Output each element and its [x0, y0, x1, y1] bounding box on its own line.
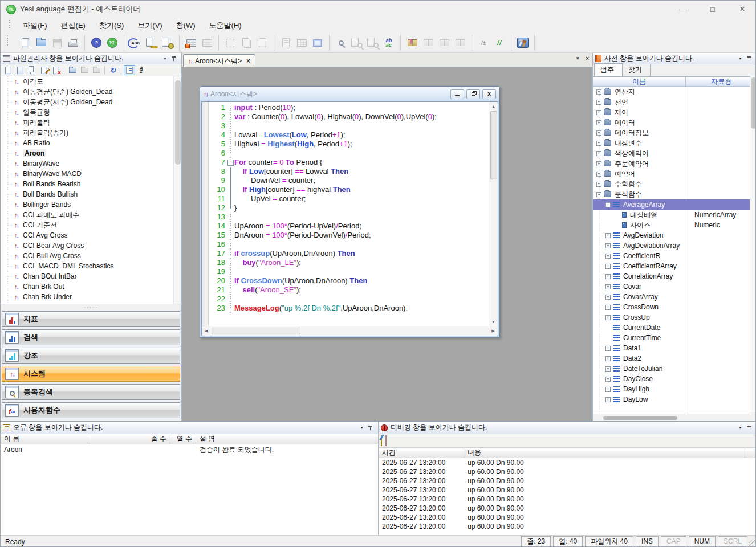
file-list-item[interactable]: ↑↓이동평균(단순) Golden_Dead	[1, 87, 181, 97]
expand-icon[interactable]: +	[605, 284, 611, 289]
panel-menu-arrow-icon[interactable]: ▼	[734, 56, 746, 60]
column-description[interactable]: 설 명	[196, 434, 378, 444]
dictionary-tree-item[interactable]: +AvgDeviationArray	[593, 240, 756, 251]
scrollbar-thumb[interactable]	[175, 80, 181, 165]
expand-icon[interactable]: +	[596, 141, 601, 146]
replace-button[interactable]: abac	[381, 35, 397, 50]
menu-item[interactable]: 창(W)	[169, 19, 202, 32]
file-list-scrollbar[interactable]	[173, 76, 181, 304]
code-line[interactable]: 18 buy("Aroon_LE");	[209, 258, 489, 267]
dictionary-tree-item[interactable]: +예약어	[593, 169, 756, 179]
code-line[interactable]: 2var : Counter(0), Lowval(0), Highval(0)…	[209, 112, 489, 121]
scroll-down-icon[interactable]: ▼	[489, 317, 498, 326]
file-list-item[interactable]: ↑↓이격도	[1, 76, 181, 87]
pin-icon[interactable]	[368, 425, 373, 431]
expand-icon[interactable]: +	[596, 151, 601, 156]
category-button-ind[interactable]: 지표	[2, 311, 180, 327]
dictionary-tree-item[interactable]: −분석함수	[593, 189, 756, 199]
dictionary-tree-item[interactable]: +CovarArray	[593, 292, 756, 302]
file-list-item[interactable]: ↑↓BinaryWave MACD	[1, 169, 181, 179]
category-button-func[interactable]: f∞사용자함수	[2, 402, 180, 418]
debug-row[interactable]: 2025-06-27 13:20:00up 60.00 Dn 90.00	[379, 467, 756, 476]
code-line[interactable]: 17if crossup(UpAroon,DnAroon) Then	[209, 249, 489, 258]
code-line[interactable]: 3	[209, 121, 489, 130]
fold-marker[interactable]	[227, 203, 234, 213]
file-list-item[interactable]: ↑↓CCI Bear Avg Cross	[1, 240, 181, 251]
code-line[interactable]: 1input : Period(10);	[209, 103, 489, 112]
dictionary-tree-item[interactable]: 사이즈Numeric	[593, 220, 756, 230]
pin-icon[interactable]	[171, 56, 177, 62]
dictionary-tree-item[interactable]: +연산자	[593, 87, 756, 97]
compile-script-button[interactable]	[160, 35, 176, 50]
code-line[interactable]: 11 UpVel = counter;	[209, 194, 489, 203]
expand-icon[interactable]: +	[605, 274, 611, 279]
dictionary-tree-item[interactable]: −AverageArray	[593, 199, 756, 210]
panel-menu-arrow-icon[interactable]: ▼	[159, 56, 171, 60]
code-line[interactable]: 13	[209, 213, 489, 222]
editor-horizontal-scrollbar[interactable]: ◀ ▶	[202, 326, 498, 336]
menu-item[interactable]: 도움말(H)	[202, 19, 249, 32]
scrollbar-thumb[interactable]	[212, 328, 300, 334]
file-list-item[interactable]: ↑↓CCI Bull Avg Cross	[1, 251, 181, 261]
column-name[interactable]: 이 름	[1, 434, 87, 444]
expand-icon[interactable]: +	[605, 397, 611, 402]
new-folder-button[interactable]	[67, 65, 78, 75]
dictionary-tree-item[interactable]: +Covar	[593, 281, 756, 292]
panel-menu-arrow-icon[interactable]: ▼	[356, 426, 368, 430]
refresh-button[interactable]: ↻	[107, 65, 119, 75]
fold-marker[interactable]	[227, 158, 234, 167]
expand-icon[interactable]: +	[596, 120, 601, 125]
options-button[interactable]	[515, 35, 531, 50]
dictionary-tree-item[interactable]: +CoefficientR	[593, 251, 756, 261]
dictionary-button[interactable]	[404, 35, 420, 50]
debug-row[interactable]: 2025-06-27 13:20:00up 60.00 Dn 90.00	[379, 513, 756, 522]
expand-icon[interactable]: −	[596, 192, 601, 197]
code-line[interactable]: 15DnAroon = 100*(Period-DownVel)/Period;	[209, 231, 489, 240]
file-list-item[interactable]: ↑↓이동평균(지수) Golden_Dead	[1, 97, 181, 107]
dictionary-tree-item[interactable]: +데이터	[593, 117, 756, 128]
dictionary-tree-item[interactable]: +데이터정보	[593, 128, 756, 138]
script-window-titlebar[interactable]: ↑↓ Aroon<시스템> X	[200, 87, 499, 101]
file-list-item[interactable]: ↑↓Chan Brk Out	[1, 281, 181, 292]
code-line[interactable]: 6	[209, 149, 489, 158]
panel-splitter[interactable]: ·····	[1, 304, 181, 310]
tab-bar-close-icon[interactable]: ×	[586, 55, 589, 62]
file-list-item[interactable]: ↑↓BinaryWave	[1, 158, 181, 169]
column-time[interactable]: 시간	[379, 448, 464, 458]
resize-grip[interactable]	[749, 540, 756, 547]
close-button[interactable]: ×	[735, 4, 750, 14]
debug-row[interactable]: 2025-06-27 13:20:00up 60.00 Dn 90.00	[379, 476, 756, 485]
editor-vertical-scrollbar[interactable]: ▲ ▼	[489, 102, 498, 326]
code-line[interactable]: 21 sell("Aroon_SE");	[209, 285, 489, 295]
expand-icon[interactable]: +	[605, 295, 611, 300]
scroll-up-icon[interactable]: ▲	[489, 102, 498, 111]
fold-marker[interactable]	[227, 167, 234, 176]
verify-script-button[interactable]	[144, 35, 160, 50]
dictionary-tree-item[interactable]: +Data1	[593, 343, 756, 353]
category-button-high[interactable]: 강조	[2, 348, 180, 364]
rename-script-button[interactable]	[38, 65, 50, 75]
print-button[interactable]	[65, 35, 81, 50]
file-list-item[interactable]: ↑↓AB Ratio	[1, 138, 181, 148]
debug-row[interactable]: 2025-06-27 13:20:00up 60.00 Dn 90.00	[379, 458, 756, 467]
child-close-button[interactable]: X	[482, 89, 496, 99]
expand-icon[interactable]: +	[596, 182, 601, 187]
scroll-left-icon[interactable]: ◀	[202, 326, 211, 336]
code-line[interactable]: 10 If High[counter] == highval Then	[209, 185, 489, 194]
dictionary-tree-item[interactable]: +DayLow	[593, 394, 756, 405]
file-list-item[interactable]: ↑↓CCI 기준선	[1, 220, 181, 230]
menu-item[interactable]: 보기(V)	[131, 19, 169, 32]
code-text[interactable]: 1input : Period(10);2var : Counter(0), L…	[209, 102, 489, 326]
help-button[interactable]: ?	[88, 35, 104, 50]
fold-marker[interactable]	[227, 185, 234, 194]
dictionary-tree-item[interactable]: CurrentTime	[593, 333, 756, 343]
file-list-item[interactable]: ↑↓Bollinger Bands	[1, 199, 181, 210]
dictionary-tree-item[interactable]: +CrossDown	[593, 302, 756, 312]
tab-find[interactable]: 찾기	[623, 64, 651, 76]
dictionary-tree-item[interactable]: +CoefficientRArray	[593, 261, 756, 271]
code-line[interactable]: 19	[209, 267, 489, 276]
pin-icon[interactable]	[746, 425, 752, 431]
category-button-srch[interactable]: 검색	[2, 329, 180, 345]
file-list-item[interactable]: ↑↓Aroon	[1, 148, 181, 158]
debug-row[interactable]: 2025-06-27 13:20:00up 60.00 Dn 90.00	[379, 504, 756, 513]
